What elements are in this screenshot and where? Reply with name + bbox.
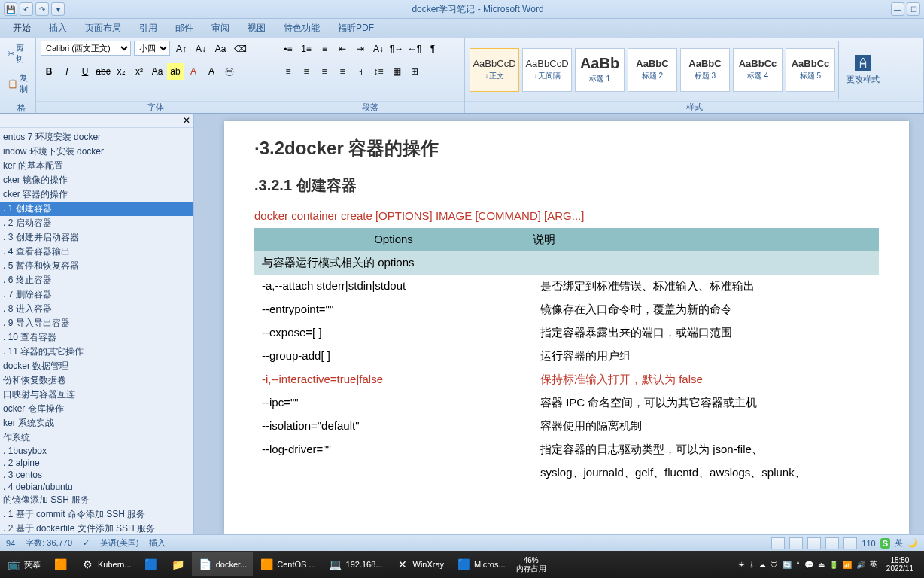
decrease-indent-icon[interactable]: ⇤ — [334, 41, 351, 57]
nav-item[interactable]: . 4 debian/ubuntu — [0, 481, 193, 493]
style-标题 5[interactable]: AaBbCc标题 5 — [786, 48, 835, 92]
style-标题 1[interactable]: AaBb标题 1 — [575, 48, 625, 92]
strike-button[interactable]: abc — [95, 63, 111, 80]
save-icon[interactable]: 💾 — [4, 2, 17, 16]
nav-item[interactable]: . 7 删除容器 — [0, 287, 193, 302]
grow-font-icon[interactable]: A↑ — [173, 41, 190, 57]
taskbar-item[interactable]: 📺荧幕 — [0, 552, 47, 576]
font-name-select[interactable]: Calibri (西文正文) — [41, 41, 131, 56]
borders-icon[interactable]: ⊞ — [406, 63, 423, 80]
status-language[interactable]: 英语(美国) — [100, 537, 138, 549]
nav-item[interactable]: . 8 进入容器 — [0, 302, 193, 316]
taskbar-item[interactable]: 🟦Micros... — [450, 552, 512, 576]
distribute-icon[interactable]: ⫞ — [352, 63, 369, 80]
taskbar-item[interactable]: ⚙Kubern... — [74, 552, 138, 576]
nav-item[interactable]: 份和恢复数据卷 — [0, 373, 193, 388]
taskbar-item[interactable]: 🟧CentOS ... — [253, 552, 321, 576]
tab-mailings[interactable]: 邮件 — [166, 19, 202, 38]
align-right-icon[interactable]: ≡ — [316, 63, 333, 80]
cut-button[interactable]: ✂ 剪切 — [5, 41, 31, 66]
bullets-icon[interactable]: ⦁≡ — [280, 41, 296, 57]
tab-references[interactable]: 引用 — [130, 19, 166, 38]
nav-list[interactable]: entos 7 环境安装 dockerindow 环境下安装 dockerker… — [0, 128, 193, 534]
tab-foxit[interactable]: 福昕PDF — [329, 19, 383, 38]
status-mode[interactable]: 插入 — [149, 537, 166, 549]
nav-item[interactable]: cker 镜像的操作 — [0, 173, 193, 187]
sort-icon[interactable]: A↓ — [370, 41, 387, 57]
nav-item[interactable]: . 9 导入导出容器 — [0, 316, 193, 330]
nav-item[interactable]: ker 的基本配置 — [0, 159, 193, 173]
show-marks-icon[interactable]: ¶ — [424, 41, 441, 57]
taskbar-item[interactable]: 📁 — [165, 552, 192, 576]
style-标题 2[interactable]: AaBbC标题 2 — [628, 48, 677, 92]
nav-close-icon[interactable]: ✕ — [183, 115, 190, 126]
text-effect-icon[interactable]: Aa — [149, 63, 166, 80]
style-↓正文[interactable]: AaBbCcD↓正文 — [470, 48, 519, 92]
shrink-font-icon[interactable]: A↓ — [193, 41, 209, 57]
dark-mode-icon[interactable]: 🌙 — [907, 538, 918, 548]
numbering-icon[interactable]: 1≡ — [298, 41, 315, 57]
nav-item[interactable]: docker 数据管理 — [0, 359, 193, 373]
nav-item[interactable]: . 2 启动容器 — [0, 216, 193, 230]
sogou-ime-icon[interactable]: S — [880, 538, 890, 549]
status-words[interactable]: 字数: 36,770 — [26, 537, 72, 549]
tab-home[interactable]: 开始 — [4, 19, 40, 38]
nav-item[interactable]: . 1busybox — [0, 445, 193, 457]
align-center-icon[interactable]: ≡ — [298, 63, 315, 80]
view-reading-icon[interactable] — [789, 537, 803, 549]
view-draft-icon[interactable] — [843, 537, 857, 549]
qat-dropdown-icon[interactable]: ▾ — [51, 2, 65, 16]
tray-update-icon[interactable]: 🔄 — [783, 561, 792, 569]
italic-button[interactable]: I — [59, 63, 75, 80]
taskbar-item[interactable]: 🟦 — [138, 552, 165, 576]
style-↓无间隔[interactable]: AaBbCcD↓无间隔 — [522, 48, 572, 92]
underline-button[interactable]: U — [77, 63, 93, 80]
nav-item[interactable]: . 1 基于 commit 命令添加 SSH 服务 — [0, 507, 193, 522]
minimize-icon[interactable]: — — [891, 2, 904, 16]
nav-item[interactable]: indow 环境下安装 docker — [0, 144, 193, 159]
nav-item[interactable]: . 6 终止容器 — [0, 273, 193, 287]
char-shading-icon[interactable]: A — [203, 63, 220, 80]
clock[interactable]: 15:50 2022/11 — [882, 556, 918, 573]
nav-item[interactable]: entos 7 环境安装 docker — [0, 130, 193, 144]
taskbar-item[interactable]: ✕WinXray — [389, 552, 451, 576]
memory-usage[interactable]: 46% 内存占用 — [512, 556, 551, 573]
subscript-button[interactable]: x₂ — [113, 63, 129, 80]
bold-button[interactable]: B — [41, 63, 57, 80]
nav-item[interactable]: 的镜像添加 SSH 服务 — [0, 493, 193, 507]
change-styles-button[interactable]: 🅰 更改样式 — [842, 54, 884, 85]
superscript-button[interactable]: x² — [131, 63, 147, 80]
increase-indent-icon[interactable]: ⇥ — [352, 41, 369, 57]
nav-item[interactable]: . 5 暂停和恢复容器 — [0, 259, 193, 273]
tray-bluetooth-icon[interactable]: ᚼ — [749, 561, 754, 569]
tab-feature[interactable]: 特色功能 — [275, 19, 329, 38]
tray-chevron-up-icon[interactable]: ˄ — [796, 561, 800, 569]
view-web-icon[interactable] — [807, 537, 821, 549]
multilevel-icon[interactable]: ⩧ — [316, 41, 333, 57]
nav-item[interactable]: ocker 仓库操作 — [0, 402, 193, 416]
tab-insert[interactable]: 插入 — [40, 19, 76, 38]
tray-usb-icon[interactable]: ⏏ — [818, 561, 825, 569]
view-print-icon[interactable] — [771, 537, 785, 549]
tab-review[interactable]: 审阅 — [202, 19, 239, 38]
enclose-icon[interactable]: ㊥ — [221, 63, 238, 80]
align-left-icon[interactable]: ≡ — [280, 63, 296, 80]
nav-item[interactable]: . 2 alpine — [0, 457, 193, 469]
view-outline-icon[interactable] — [825, 537, 839, 549]
nav-item[interactable]: . 1 创建容器 — [0, 202, 193, 216]
ime-lang[interactable]: 英 — [895, 537, 903, 549]
nav-item[interactable]: ker 系统实战 — [0, 416, 193, 430]
zoom-level[interactable]: 110 — [862, 539, 875, 548]
highlight-icon[interactable]: ab — [167, 63, 184, 80]
rtl-icon[interactable]: ←¶ — [406, 41, 423, 57]
tab-layout[interactable]: 页面布局 — [76, 19, 130, 38]
status-page[interactable]: 94 — [6, 539, 15, 548]
taskbar-item[interactable]: 📄docker... — [192, 552, 254, 576]
style-标题 3[interactable]: AaBbC标题 3 — [680, 48, 730, 92]
undo-icon[interactable]: ↶ — [20, 2, 33, 16]
nav-item[interactable]: 作系统 — [0, 430, 193, 445]
tray-onedrive-icon[interactable]: ☁ — [758, 561, 766, 569]
nav-item[interactable]: . 10 查看容器 — [0, 330, 193, 345]
tray-volume-icon[interactable]: 🔊 — [856, 561, 865, 569]
tray-wechat-icon[interactable]: 💬 — [804, 561, 813, 569]
